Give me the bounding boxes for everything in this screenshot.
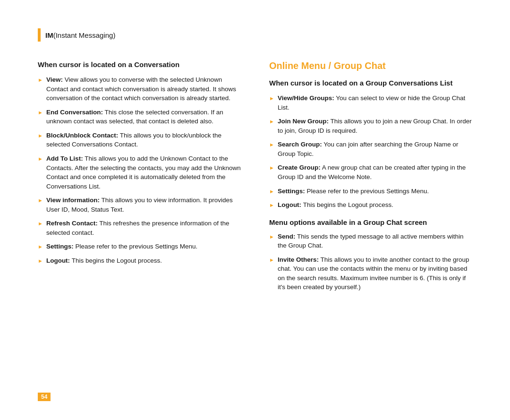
list-item: ► Logout: This begins the Logout process… <box>38 256 241 266</box>
item-text: View allows you to converse with the sel… <box>46 76 236 102</box>
list-item: ► Add To List: This allows you to add th… <box>38 154 241 191</box>
bullet-arrow-icon: ► <box>269 164 274 172</box>
online-menu-title: Online Menu / Group Chat <box>269 60 472 71</box>
item-content: Logout: This begins the Logout process. <box>46 256 162 266</box>
page-title: IM(Instant Messaging) <box>45 31 115 39</box>
bullet-arrow-icon: ► <box>38 243 43 251</box>
item-text: This begins the Logout process. <box>72 257 162 264</box>
header-title-rest: (Instant Messaging) <box>53 31 116 39</box>
list-item: ► End Conversation: This close the selec… <box>38 108 241 126</box>
item-label: Send: <box>278 233 296 240</box>
group-chat-bullet-list: ► Send: This sends the typed message to … <box>269 232 472 292</box>
item-content: Add To List: This allows you to add the … <box>46 154 241 191</box>
item-content: View information: This allows you to vie… <box>46 196 241 214</box>
item-content: Logout: This begins the Logout process. <box>278 200 393 210</box>
list-item: ► Refresh Contact: This refreshes the pr… <box>38 219 241 237</box>
right-column: Online Menu / Group Chat When cursor is … <box>269 60 472 297</box>
bullet-arrow-icon: ► <box>38 132 43 140</box>
list-item: ► View information: This allows you to v… <box>38 196 241 214</box>
item-label: View: <box>46 76 63 83</box>
header-accent-bar <box>38 28 41 42</box>
group-list-bullet-list: ► View/Hide Groups: You can select to vi… <box>269 94 472 210</box>
item-label: View/Hide Groups: <box>278 94 334 102</box>
header-title-bold: IM <box>45 31 53 39</box>
left-column: When cursor is located on a Conversation… <box>38 60 241 297</box>
item-label: Search Group: <box>278 141 322 148</box>
item-text: Please refer to the previous Settings Me… <box>75 243 197 250</box>
item-text: This sends the typed message to all acti… <box>278 233 464 249</box>
item-label: Settings: <box>46 243 74 250</box>
bullet-arrow-icon: ► <box>38 220 43 228</box>
item-text: Please refer to the previous Settings Me… <box>306 188 429 195</box>
item-label: Settings: <box>278 188 305 195</box>
list-item: ► Settings: Please refer to the previous… <box>38 242 241 251</box>
list-item: ► View/Hide Groups: You can select to vi… <box>269 94 472 112</box>
bullet-arrow-icon: ► <box>38 197 43 205</box>
item-content: Create Group: A new group chat can be cr… <box>278 163 472 181</box>
list-item: ► Settings: Please refer to the previous… <box>269 187 472 196</box>
page-header: IM(Instant Messaging) <box>38 28 472 42</box>
group-chat-section-title: Menu options available in a Group Chat s… <box>269 218 472 226</box>
bullet-arrow-icon: ► <box>269 95 274 103</box>
item-label: Invite Others: <box>278 256 319 263</box>
bullet-arrow-icon: ► <box>269 118 274 126</box>
list-item: ► Send: This sends the typed message to … <box>269 232 472 250</box>
list-item: ► Create Group: A new group chat can be … <box>269 163 472 181</box>
bullet-arrow-icon: ► <box>269 141 274 149</box>
list-item: ► Join New Group: This allows you to joi… <box>269 117 472 135</box>
item-content: End Conversation: This close the selecte… <box>46 108 241 126</box>
item-content: Search Group: You can join after searchi… <box>278 140 472 158</box>
item-content: Settings: Please refer to the previous S… <box>46 242 197 251</box>
item-content: Join New Group: This allows you to join … <box>278 117 472 135</box>
page: IM(Instant Messaging) When cursor is loc… <box>0 0 510 420</box>
list-item: ► Block/Unblock Contact: This allows you… <box>38 131 241 149</box>
item-content: View/Hide Groups: You can select to view… <box>278 94 472 112</box>
bullet-arrow-icon: ► <box>269 202 274 209</box>
item-text: This begins the Logout process. <box>303 201 393 208</box>
group-list-section-title: When cursor is located on a Group Conver… <box>269 79 472 87</box>
item-label: Logout: <box>46 257 70 264</box>
list-item: ► Logout: This begins the Logout process… <box>269 200 472 210</box>
item-label: Refresh Contact: <box>46 220 98 227</box>
bullet-arrow-icon: ► <box>38 155 43 163</box>
item-content: Invite Others: This allows you to invite… <box>278 255 472 292</box>
bullet-arrow-icon: ► <box>269 188 274 196</box>
bullet-arrow-icon: ► <box>269 257 274 264</box>
bullet-arrow-icon: ► <box>269 233 274 241</box>
item-content: View: View allows you to converse with t… <box>46 75 241 103</box>
item-label: Add To List: <box>46 155 83 162</box>
item-content: Settings: Please refer to the previous S… <box>278 187 429 196</box>
bullet-arrow-icon: ► <box>38 109 43 117</box>
item-content: Refresh Contact: This refreshes the pres… <box>46 219 241 237</box>
left-bullet-list: ► View: View allows you to converse with… <box>38 75 241 266</box>
bullet-arrow-icon: ► <box>38 257 43 265</box>
list-item: ► Search Group: You can join after searc… <box>269 140 472 158</box>
list-item: ► View: View allows you to converse with… <box>38 75 241 103</box>
item-content: Block/Unblock Contact: This allows you t… <box>46 131 241 149</box>
item-label: End Conversation: <box>46 109 103 116</box>
item-label: View information: <box>46 197 100 204</box>
item-label: Join New Group: <box>278 118 329 125</box>
item-label: Create Group: <box>278 164 321 171</box>
item-content: Send: This sends the typed message to al… <box>278 232 472 250</box>
main-content: When cursor is located on a Conversation… <box>38 60 472 297</box>
item-label: Block/Unblock Contact: <box>46 132 118 139</box>
item-label: Logout: <box>278 201 301 208</box>
list-item: ► Invite Others: This allows you to invi… <box>269 255 472 292</box>
left-section-title: When cursor is located on a Conversation <box>38 60 241 69</box>
page-number: 54 <box>38 393 51 401</box>
bullet-arrow-icon: ► <box>38 77 43 84</box>
